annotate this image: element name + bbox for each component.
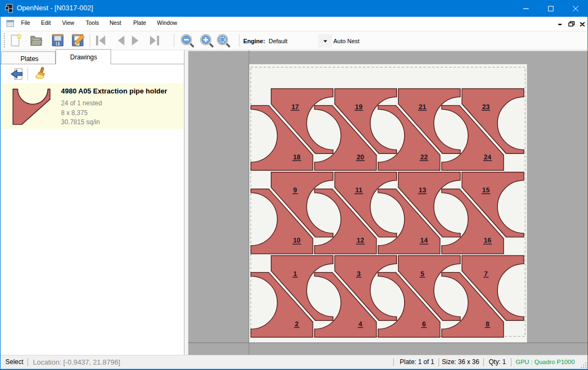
svg-text:3: 3	[357, 270, 361, 278]
svg-text:1: 1	[293, 270, 297, 278]
svg-text:23: 23	[482, 103, 490, 111]
svg-text:19: 19	[355, 103, 363, 111]
svg-text:18: 18	[293, 153, 300, 161]
svg-text:4: 4	[359, 320, 363, 328]
svg-text:14: 14	[420, 237, 428, 244]
svg-text:17: 17	[291, 103, 299, 111]
svg-text:21: 21	[419, 103, 426, 111]
svg-text:13: 13	[419, 186, 426, 194]
svg-text:20: 20	[357, 153, 364, 161]
svg-text:7: 7	[484, 270, 488, 278]
svg-text:11: 11	[355, 186, 362, 194]
svg-text:8: 8	[486, 320, 489, 328]
svg-text:5: 5	[420, 270, 424, 278]
svg-text:10: 10	[293, 237, 300, 244]
svg-text:24: 24	[484, 153, 491, 161]
svg-text:22: 22	[420, 153, 428, 161]
svg-text:6: 6	[422, 320, 426, 328]
svg-text:16: 16	[484, 237, 491, 244]
svg-text:9: 9	[293, 186, 297, 194]
svg-text:15: 15	[482, 186, 490, 194]
svg-text:12: 12	[357, 237, 364, 244]
svg-text:2: 2	[295, 320, 299, 328]
